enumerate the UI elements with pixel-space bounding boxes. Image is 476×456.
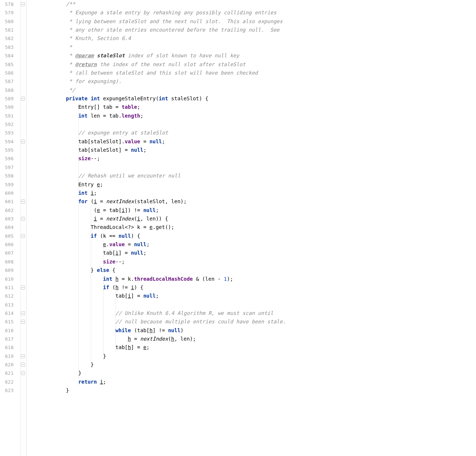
code-line[interactable]: tab[i] = null; [41,292,476,300]
line-number: 614 [0,309,20,317]
fold-toggle-icon[interactable]: − [21,97,25,101]
indent-guide [103,301,104,309]
line-number: 616 [0,326,20,335]
line-number: 611 [0,283,20,292]
line-number: 585 [0,60,20,69]
code-line[interactable]: int i; [41,189,476,197]
code-token: } [41,267,97,273]
fold-toggle-icon[interactable]: − [21,2,25,6]
code-line[interactable]: * for expunging). [41,77,476,86]
code-token: */ [41,87,75,93]
code-line[interactable] [41,163,476,172]
code-line[interactable]: * @return the index of the next null slo… [41,60,476,69]
code-line[interactable] [41,301,476,309]
code-line[interactable]: if (k == null) { [41,232,476,240]
line-number: 621 [0,369,20,377]
code-token: } [41,387,69,393]
fold-toggle-icon[interactable]: − [21,354,25,358]
code-token: int [78,190,87,196]
code-token: = tab[ [100,207,122,213]
code-line[interactable]: h = nextIndex(h, len); [41,335,476,343]
code-line[interactable]: } [41,386,476,395]
code-line[interactable]: private int expungeStaleEntry(int staleS… [41,94,476,103]
code-line[interactable]: // Unlike Knuth 6.4 Algorithm R, we must… [41,309,476,317]
code-token: ; [162,139,165,144]
fold-toggle-icon[interactable]: − [21,311,25,315]
code-line[interactable]: for (i = nextIndex(staleSlot, len); [41,197,476,206]
code-line[interactable]: * any other stale entries encountered be… [41,26,476,34]
code-line[interactable]: i = nextIndex(i, len)) { [41,215,476,223]
code-token: , len); [174,336,196,342]
code-line[interactable]: * Expunge a stale entry by rehashing any… [41,8,476,17]
code-token: else [97,267,109,273]
code-line[interactable]: size--; [41,258,476,266]
code-line[interactable]: tab[staleSlot].value = null; [41,137,476,146]
fold-toggle-icon[interactable]: − [21,320,25,324]
code-token: tab[ [41,250,115,256]
code-line[interactable]: } [41,360,476,369]
code-editor[interactable]: 5785795805815825835845855865875885895905… [0,0,476,456]
code-line[interactable]: size--; [41,154,476,163]
code-token [41,130,78,136]
code-line[interactable]: tab[h] = e; [41,343,476,352]
code-token: ; [143,147,146,153]
code-line[interactable]: Entry e; [41,180,476,189]
code-token: ) { [131,233,140,239]
code-token [41,233,91,239]
code-token: value [109,241,125,247]
code-token: 1 [224,276,227,282]
fold-toggle-icon[interactable]: − [21,286,25,290]
code-line[interactable]: while (tab[h] != null) [41,326,476,335]
line-number: 615 [0,317,20,326]
fold-toggle-icon[interactable]: − [21,140,25,144]
code-line[interactable]: * @param staleSlot index of slot known t… [41,51,476,60]
code-token: * any other stale entries encountered be… [41,27,280,33]
fold-toggle-icon[interactable]: − [21,371,25,375]
code-token [41,216,94,222]
code-line[interactable]: /** [41,0,476,8]
code-line[interactable]: // null because multiple entries could h… [41,317,476,326]
fold-toggle-icon[interactable]: − [21,363,25,367]
code-area[interactable]: /** * Expunge a stale entry by rehashing… [40,0,476,456]
code-line[interactable]: if (h != i) { [41,283,476,292]
code-line[interactable]: tab[i] = null; [41,249,476,257]
code-line[interactable]: * Knuth, Section 6.4 [41,34,476,43]
line-number: 600 [0,189,20,197]
code-token: ] = [119,250,131,256]
code-line[interactable]: // Rehash until we encounter null [41,172,476,180]
code-token [41,336,128,342]
code-line[interactable]: int len = tab.length; [41,112,476,120]
code-token: = [97,216,106,222]
code-line[interactable]: * (all between staleSlot and this slot w… [41,69,476,77]
code-token: ( [109,284,115,290]
code-line[interactable]: Entry[] tab = table; [41,103,476,111]
code-token [41,319,115,324]
fold-column[interactable]: −−−−−−−−−−−− [21,0,26,456]
fold-toggle-icon[interactable]: − [21,217,25,221]
fold-toggle-icon[interactable]: − [21,200,25,204]
code-line[interactable]: tab[staleSlot] = null; [41,146,476,154]
code-token: } [41,353,106,359]
fold-toggle-icon[interactable]: − [21,234,25,238]
code-line[interactable]: } else { [41,266,476,274]
line-number: 619 [0,352,20,360]
code-line[interactable]: } [41,369,476,377]
code-token: { [109,267,115,273]
code-token [41,276,103,282]
code-token: * Knuth, Section 6.4 [41,35,131,41]
code-token: ( [87,198,94,204]
code-line[interactable]: * lying between staleSlot and the next n… [41,17,476,26]
code-line[interactable]: ThreadLocal<?> k = e.get(); [41,223,476,231]
code-line[interactable]: (e = tab[i]) != null; [41,206,476,215]
code-line[interactable]: return i; [41,378,476,386]
code-line[interactable]: */ [41,86,476,94]
code-line[interactable]: * [41,43,476,51]
code-line[interactable] [41,120,476,129]
code-token: (tab[ [131,327,149,333]
code-line[interactable]: e.value = null; [41,240,476,249]
code-line[interactable]: } [41,352,476,360]
code-token: * (all between staleSlot and this slot w… [41,70,258,76]
code-line[interactable]: // expunge entry at staleSlot [41,129,476,137]
code-line[interactable]: int h = k.threadLocalHashCode & (len - 1… [41,275,476,283]
code-token: ; [100,182,103,187]
